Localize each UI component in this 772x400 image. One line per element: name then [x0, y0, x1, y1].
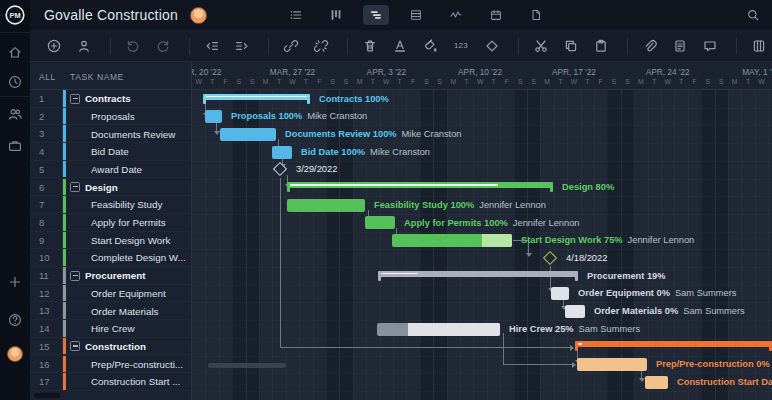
toolbar-numbers-icon[interactable]: 123 — [452, 38, 470, 54]
table-row[interactable]: 16Prep/Pre-constructi... — [30, 356, 191, 374]
day-letter: T — [585, 78, 589, 85]
project-owner-avatar[interactable] — [190, 7, 207, 24]
task-name-cell[interactable]: Order Equipment — [62, 285, 191, 302]
toolbar-undo-icon[interactable] — [125, 38, 141, 54]
gantt-task-bar[interactable] — [272, 146, 292, 159]
task-name-cell[interactable]: Apply for Permits — [62, 214, 191, 231]
task-name-cell[interactable]: Design — [62, 179, 191, 196]
view-doc-icon[interactable] — [523, 5, 549, 25]
search-icon[interactable] — [746, 8, 760, 22]
toolbar-copy-icon[interactable] — [563, 38, 579, 54]
gantt-bar-label: Order Equipment 0%Sam Summers — [578, 288, 736, 298]
task-name-cell[interactable]: Award Date — [62, 161, 191, 178]
column-header-all[interactable]: ALL — [39, 72, 56, 82]
column-header-task-name[interactable]: TASK NAME — [70, 72, 124, 82]
task-name-cell[interactable]: Construction Start ... — [62, 373, 191, 390]
view-switcher — [283, 5, 549, 25]
table-scrollbar-thumb[interactable] — [34, 393, 60, 398]
view-activity-icon[interactable] — [443, 5, 469, 25]
toolbar-indent-icon[interactable] — [234, 38, 250, 54]
gantt-horizontal-scrollbar[interactable] — [208, 363, 286, 368]
task-name-cell[interactable]: Contracts — [62, 90, 191, 107]
day-letter: M — [450, 78, 456, 85]
gantt-task-bar[interactable] — [645, 376, 668, 389]
task-name-cell[interactable]: Prep/Pre-constructi... — [62, 356, 191, 373]
table-row[interactable]: 13Order Materials — [30, 302, 191, 320]
toolbar-link-icon[interactable] — [283, 38, 299, 54]
sidebar-plus-icon[interactable] — [7, 274, 23, 290]
toolbar-comment-icon[interactable] — [702, 38, 718, 54]
view-board-icon[interactable] — [323, 5, 349, 25]
gantt-task-bar[interactable] — [551, 287, 569, 300]
toolbar-note-icon[interactable] — [672, 38, 688, 54]
table-row[interactable]: 17Construction Start ... — [30, 373, 191, 391]
toolbar-outdent-icon[interactable] — [204, 38, 220, 54]
gantt-task-bar[interactable] — [565, 305, 585, 318]
table-row[interactable]: 10Complete Design W... — [30, 249, 191, 267]
gantt-task-bar[interactable] — [205, 110, 222, 123]
task-name-cell[interactable]: Complete Design W... — [62, 249, 191, 266]
sidebar-briefcase-icon[interactable] — [7, 138, 23, 154]
view-gantt-icon[interactable] — [363, 5, 389, 25]
task-name-cell[interactable]: Bid Date — [62, 143, 191, 160]
milestone-diamond[interactable] — [543, 251, 557, 265]
task-name-cell[interactable]: Start Design Work — [62, 232, 191, 249]
table-row[interactable]: 9Start Design Work — [30, 232, 191, 250]
task-name-cell[interactable]: Order Materials — [62, 302, 191, 319]
table-row[interactable]: 15Construction — [30, 338, 191, 356]
collapse-icon[interactable] — [70, 94, 80, 104]
gantt-summary-bar[interactable] — [575, 341, 772, 347]
toolbar-paste-icon[interactable] — [593, 38, 609, 54]
sidebar-users-icon[interactable] — [7, 106, 23, 122]
table-row[interactable]: 3Documents Review — [30, 125, 191, 143]
task-name-cell[interactable]: Documents Review — [62, 125, 191, 142]
gantt-task-bar[interactable] — [365, 216, 395, 229]
sidebar-home-icon[interactable] — [7, 44, 23, 60]
view-sheet-icon[interactable] — [403, 5, 429, 25]
table-row[interactable]: 12Order Equipment — [30, 285, 191, 303]
view-list-icon[interactable] — [283, 5, 309, 25]
task-name-cell[interactable]: Procurement — [62, 267, 191, 284]
sidebar-help-icon[interactable] — [7, 312, 23, 328]
toolbar-add-task-icon[interactable] — [46, 38, 62, 54]
table-row[interactable]: 7Feasibility Study — [30, 196, 191, 214]
table-row[interactable]: 4Bid Date — [30, 143, 191, 161]
day-letter: M — [263, 78, 269, 85]
toolbar-columns-icon[interactable] — [751, 38, 767, 54]
toolbar-attach-icon[interactable] — [642, 38, 658, 54]
table-row[interactable]: 5Award Date — [30, 161, 191, 179]
day-letter: W — [664, 78, 670, 85]
toolbar-milestone-icon[interactable] — [484, 38, 500, 54]
view-calendar-icon[interactable] — [483, 5, 509, 25]
pm-logo-icon[interactable]: PM — [4, 4, 26, 26]
gantt-task-bar[interactable] — [287, 199, 365, 212]
table-row[interactable]: 14Hire Crew — [30, 320, 191, 338]
toolbar-unlink-icon[interactable] — [313, 38, 329, 54]
toolbar-fill-color-icon[interactable] — [422, 38, 438, 54]
task-name-cell[interactable]: Proposals — [62, 108, 191, 125]
collapse-icon[interactable] — [70, 341, 80, 351]
toolbar-assign-user-icon[interactable] — [76, 38, 92, 54]
day-letter: T — [746, 78, 750, 85]
gantt-task-bar[interactable] — [392, 234, 512, 247]
table-row[interactable]: 2Proposals — [30, 108, 191, 126]
timeline-header: MAR, 20 '22WTFSMAR, 27 '22SMTWTFSAPR, 3 … — [192, 62, 772, 90]
sidebar-clock-icon[interactable] — [7, 74, 23, 90]
gantt-task-bar[interactable] — [577, 358, 647, 371]
table-row[interactable]: 1Contracts — [30, 90, 191, 108]
toolbar-cut-icon[interactable] — [533, 38, 549, 54]
task-name-cell[interactable]: Hire Crew — [62, 320, 191, 337]
gantt-task-bar[interactable] — [377, 323, 500, 336]
table-row[interactable]: 6Design — [30, 179, 191, 197]
table-row[interactable]: 11Procurement — [30, 267, 191, 285]
task-name-cell[interactable]: Feasibility Study — [62, 196, 191, 213]
toolbar-trash-icon[interactable] — [362, 38, 378, 54]
collapse-icon[interactable] — [70, 271, 80, 281]
collapse-icon[interactable] — [70, 182, 80, 192]
user-avatar[interactable] — [7, 346, 23, 362]
toolbar-redo-icon[interactable] — [155, 38, 171, 54]
table-row[interactable]: 8Apply for Permits — [30, 214, 191, 232]
task-name-cell[interactable]: Construction — [62, 338, 191, 355]
toolbar-text-color-icon[interactable] — [392, 38, 408, 54]
gantt-task-bar[interactable] — [220, 128, 276, 141]
